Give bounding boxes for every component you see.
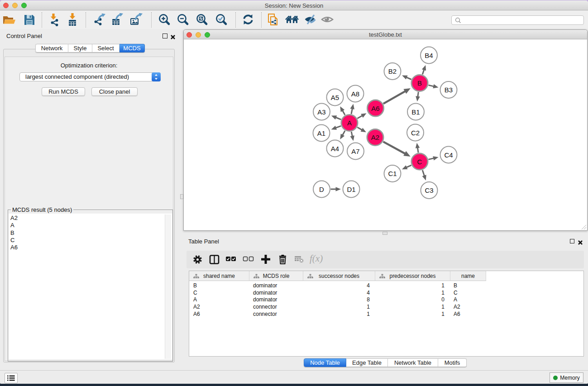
svg-text:C4: C4: [444, 151, 453, 159]
svg-text:D1: D1: [347, 186, 355, 193]
svg-text:B2: B2: [388, 67, 397, 75]
svg-text:C2: C2: [411, 129, 420, 137]
svg-text:A8: A8: [351, 90, 359, 98]
svg-text:C1: C1: [388, 170, 397, 177]
svg-text:B1: B1: [411, 108, 420, 116]
svg-text:A5: A5: [331, 94, 339, 101]
svg-text:B: B: [417, 79, 422, 87]
svg-text:A4: A4: [331, 145, 339, 152]
svg-text:A2: A2: [371, 133, 379, 141]
svg-text:C: C: [417, 158, 422, 166]
svg-text:C3: C3: [425, 186, 433, 194]
svg-text:A7: A7: [351, 148, 359, 155]
svg-text:A1: A1: [317, 129, 325, 137]
svg-text:B4: B4: [425, 52, 433, 59]
svg-text:A3: A3: [317, 108, 325, 116]
svg-text:D: D: [319, 186, 324, 193]
svg-text:A6: A6: [371, 105, 379, 112]
svg-text:A: A: [347, 119, 352, 127]
svg-text:B3: B3: [445, 86, 453, 94]
